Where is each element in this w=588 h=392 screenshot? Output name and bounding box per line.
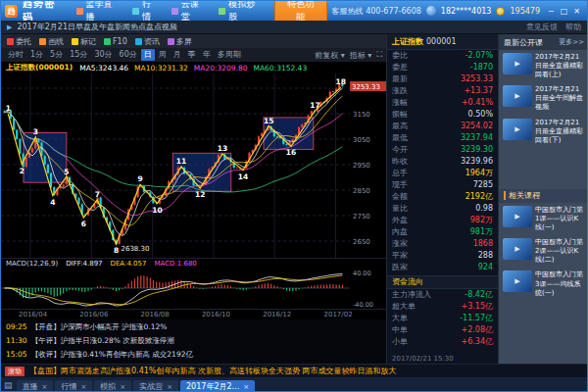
tab-close-icon[interactable]: × <box>167 383 172 391</box>
quote-row-18: 平家288 <box>387 250 498 262</box>
bottom-tab-1[interactable]: 直播× <box>17 380 54 392</box>
quote-row-3: 最新3253.33 <box>387 74 498 85</box>
subbar-links: 意见反馈帮助 <box>526 22 581 32</box>
live-icon <box>76 8 83 15</box>
quote-label: 总手 <box>392 168 408 179</box>
macd-diff: DIFF:4.897 <box>66 260 102 268</box>
period-年[interactable]: 年 <box>200 49 214 61</box>
quote-row-6: 振幅0.50% <box>387 109 498 121</box>
tool-3[interactable]: 标记 <box>72 36 96 47</box>
macd-histogram[interactable]: 40.00-40.00 <box>1 268 387 309</box>
svg-text:15: 15 <box>264 117 273 125</box>
bottom-tab-3[interactable]: 模拟× <box>94 380 131 392</box>
period-60分[interactable]: 60分 <box>117 49 140 61</box>
related-video-3[interactable]: ▶中国股市入门第3课——均线系统(一) <box>499 268 588 300</box>
flow-row-1: 主力净流入-8.42亿 <box>387 289 498 301</box>
news-item-2[interactable]: 11:30【午评】沪指半日涨0.28% 次新股掀涨停潮 <box>6 334 381 348</box>
period-日[interactable]: 日 <box>141 49 155 61</box>
tool-label: 画线 <box>48 36 64 47</box>
price-chart[interactable]: 3250315030502950285027502650123456789101… <box>1 74 386 258</box>
news-item-3[interactable]: 15:05【收评】沪指涨0.41%再创年内新高 成交2192亿 <box>6 348 381 362</box>
tab-close-icon[interactable]: × <box>80 383 86 391</box>
period-月[interactable]: 月 <box>171 49 184 61</box>
tab-close-icon[interactable]: × <box>42 383 48 391</box>
latest-video-1[interactable]: ▶2017年2月21日最全直播精彩回看(上) <box>499 50 588 82</box>
svg-text:9: 9 <box>137 174 142 183</box>
tab-close-icon[interactable]: × <box>120 383 125 391</box>
quote-value: 288 <box>478 250 493 262</box>
chart-control-2[interactable]: 指标 ▾ <box>350 50 372 61</box>
period-right-controls: 前复权 ▾指标 ▾⛶ <box>315 50 382 61</box>
course-sidebar: 最新公开课 更多>> ▶2017年2月21日最全直播精彩回看(上)▶2017年2… <box>499 34 588 364</box>
tool-6[interactable]: 多屏 <box>168 36 192 47</box>
username[interactable]: 182****4013 <box>441 7 492 16</box>
chart-toolbar: 委托画线标记F10资讯多屏 <box>1 34 386 48</box>
date-tick: 2017/02 <box>324 311 353 318</box>
close-icon[interactable]: ✕ <box>570 7 583 16</box>
quote-row-8: 最低3237.94 <box>387 132 498 144</box>
bottom-tab-4[interactable]: 实战营× <box>133 380 178 392</box>
period-多周期[interactable]: 多周期 <box>215 49 244 61</box>
svg-text:8: 8 <box>114 246 119 255</box>
tab-close-icon[interactable]: × <box>243 383 249 391</box>
tab-label: 直播 <box>23 381 38 392</box>
period-15分[interactable]: 15分 <box>67 49 90 61</box>
quote-value: -2.07% <box>466 50 493 62</box>
flow-value: +3.15亿 <box>461 301 493 313</box>
tool-5[interactable]: 资讯 <box>135 36 160 47</box>
video-thumbnail: ▶ <box>503 206 532 227</box>
news-ticker: 滚动 【盘面】两市震荡走高沪指涨0.41%创年内新高 次新股、高送转板块全天强势… <box>1 364 587 377</box>
macd-chart[interactable]: 40.00-40.00 <box>1 268 386 309</box>
bottom-tab-5[interactable]: 2017年2月2...× <box>180 380 255 392</box>
quote-row-5: 涨幅+0.41% <box>387 97 498 109</box>
svg-text:2750: 2750 <box>353 213 370 220</box>
period-季[interactable]: 季 <box>185 49 199 61</box>
bottom-tab-2[interactable]: 行情× <box>55 380 92 392</box>
svg-text:13: 13 <box>218 144 227 153</box>
more-link[interactable]: 更多>> <box>559 37 584 47</box>
svg-text:3150: 3150 <box>353 111 370 119</box>
home-icon[interactable]: ▤ <box>4 380 13 390</box>
tab-label: 行情 <box>61 381 76 392</box>
nav-item-3[interactable]: 云课堂 <box>166 1 214 21</box>
ticker-badge: 滚动 <box>5 367 24 376</box>
fullscreen-icon[interactable]: ⛶ <box>376 50 382 60</box>
tool-1[interactable]: 委托 <box>7 36 31 47</box>
period-周[interactable]: 周 <box>156 49 170 61</box>
minimize-icon[interactable]: ─ <box>545 7 558 16</box>
maximize-icon[interactable]: □ <box>558 7 570 16</box>
tab-label: 2017年2月2... <box>186 381 239 392</box>
latest-video-2[interactable]: ▶2017年2月21日最全午间解盘视频 <box>499 82 588 115</box>
video-thumbnail: ▶ <box>503 53 532 74</box>
period-5分[interactable]: 5分 <box>47 49 66 61</box>
quote-row-15: 外盘982万 <box>387 215 498 226</box>
flow-row-4: 中单+2.08亿 <box>387 324 498 336</box>
chart-control-1[interactable]: 前复权 ▾ <box>315 50 345 61</box>
nav-item-4[interactable]: 模拟炒股 <box>213 1 269 21</box>
user-avatar-icon[interactable] <box>426 6 436 16</box>
svg-text:14: 14 <box>238 172 248 181</box>
latest-video-3[interactable]: ▶2017年2月21日最全直播精彩回看(下) <box>499 116 588 148</box>
related-video-1[interactable]: ▶中国股市入门第1课——认识K线(一) <box>499 203 588 235</box>
related-video-2[interactable]: ▶中国股市入门第2课——认识K线(二) <box>499 235 588 268</box>
quote-label: 最高 <box>392 121 408 132</box>
period-30分[interactable]: 30分 <box>91 49 115 61</box>
nav-item-2[interactable]: 行情 <box>126 1 166 21</box>
macd-header: MACD(12,26,9) DIFF:4.897 DEA:4.057 MACD:… <box>1 258 386 268</box>
news-item-1[interactable]: 09:25【开盘】沪深两市小幅高开 沪指涨0.12% <box>6 320 381 334</box>
video-icon: ▶ <box>7 24 12 31</box>
quote-value: 3254.02 <box>461 121 493 132</box>
tool-4[interactable]: F10 <box>104 37 127 46</box>
tool-2[interactable]: 画线 <box>39 36 64 47</box>
news-text: 【收评】沪指涨0.41%再创年内新高 成交2192亿 <box>31 348 193 362</box>
subbar-link-1[interactable]: 意见反馈 <box>526 22 558 32</box>
candlestick-chart[interactable]: 3250315030502950285027502650123456789101… <box>1 74 387 258</box>
period-分时[interactable]: 分时 <box>5 49 26 61</box>
tool-icon <box>135 38 142 45</box>
nav-item-1[interactable]: 监学直播 <box>71 1 126 21</box>
simulation-icon <box>219 8 225 15</box>
quote-label: 量比 <box>392 203 408 215</box>
period-1分[interactable]: 1分 <box>27 49 46 61</box>
quote-value: 1868 <box>473 238 493 250</box>
subbar-link-2[interactable]: 帮助 <box>565 22 581 32</box>
